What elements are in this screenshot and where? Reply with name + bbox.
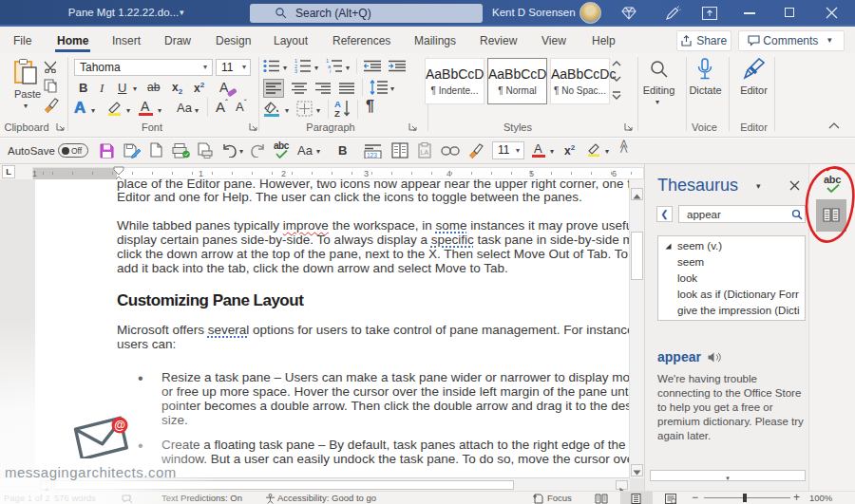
svg-text:LA: LA xyxy=(421,149,429,156)
svg-text:Z: Z xyxy=(334,108,340,118)
svg-text:3: 3 xyxy=(294,68,297,73)
svg-text:i: i xyxy=(330,68,331,73)
svg-text:123: 123 xyxy=(367,152,377,159)
svg-text:@: @ xyxy=(114,419,125,432)
